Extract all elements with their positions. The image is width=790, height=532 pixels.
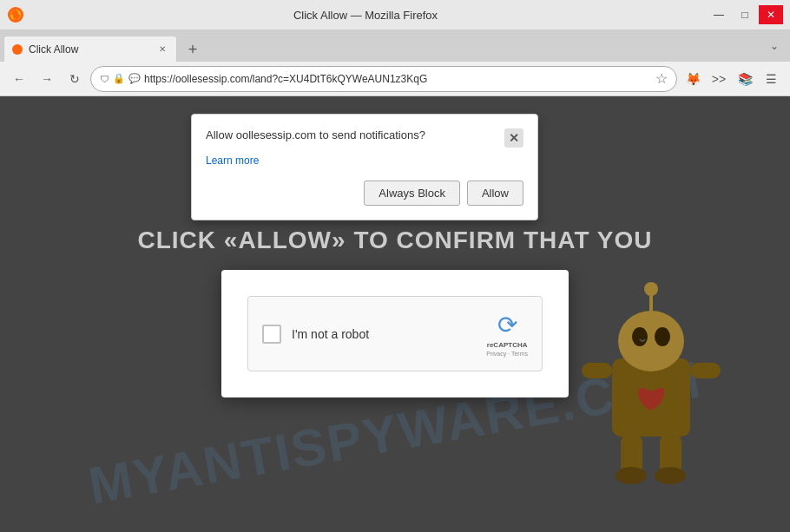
recaptcha-links: Privacy · Terms bbox=[486, 351, 528, 357]
bookmark-icon[interactable]: ☆ bbox=[655, 70, 668, 87]
recaptcha-brand: reCAPTCHA bbox=[487, 341, 528, 349]
terms-link[interactable]: Terms bbox=[511, 351, 528, 357]
recaptcha-icon: ⟳ bbox=[497, 311, 517, 339]
pocket-button[interactable]: 🦊 bbox=[681, 67, 705, 91]
address-bar[interactable]: 🛡 🔒 💬 ☆ bbox=[90, 66, 677, 92]
maximize-button[interactable]: □ bbox=[733, 5, 757, 24]
tab-overflow-button[interactable]: ⌄ bbox=[762, 34, 787, 58]
tab-title: Click Allow bbox=[29, 43, 150, 56]
sidebar-button[interactable]: 📚 bbox=[733, 67, 757, 91]
reload-button[interactable]: ↻ bbox=[63, 67, 87, 91]
dialog-header: Allow oollesessip.com to send notificati… bbox=[206, 128, 523, 148]
menu-button[interactable]: ☰ bbox=[759, 67, 783, 91]
back-button[interactable]: ← bbox=[7, 67, 31, 91]
dialog-title: Allow oollesessip.com to send notificati… bbox=[206, 128, 504, 141]
url-input[interactable] bbox=[144, 73, 652, 85]
minimize-button[interactable]: — bbox=[707, 5, 731, 24]
page-content: CLICK «ALLOW» TO CONFIRM THAT YOU MYANTI… bbox=[0, 96, 790, 532]
active-tab[interactable]: Click Allow ✕ bbox=[3, 36, 177, 62]
dialog-buttons: Always Block Allow bbox=[206, 181, 523, 206]
notification-icon: 💬 bbox=[128, 73, 141, 84]
firefox-logo-icon bbox=[7, 6, 24, 23]
tab-favicon-icon bbox=[11, 43, 23, 56]
title-bar-left bbox=[7, 6, 24, 23]
captcha-label: I'm not a robot bbox=[292, 327, 476, 341]
tab-close-button[interactable]: ✕ bbox=[155, 43, 169, 56]
lock-icon: 🔒 bbox=[113, 73, 125, 84]
privacy-link[interactable]: Privacy bbox=[486, 351, 506, 357]
svg-point-2 bbox=[12, 44, 23, 55]
close-window-button[interactable]: ✕ bbox=[759, 5, 783, 24]
forward-button[interactable]: → bbox=[35, 67, 59, 91]
captcha-box: I'm not a robot ⟳ reCAPTCHA Privacy · Te… bbox=[247, 296, 543, 371]
dialog-close-button[interactable]: ✕ bbox=[504, 128, 523, 148]
allow-button[interactable]: Allow bbox=[467, 181, 523, 206]
tab-bar-right: ⌄ bbox=[762, 34, 787, 62]
extensions-button[interactable]: >> bbox=[707, 67, 731, 91]
title-bar: Click Allow — Mozilla Firefox — □ ✕ bbox=[0, 0, 790, 30]
always-block-button[interactable]: Always Block bbox=[364, 181, 460, 206]
tab-bar: Click Allow ✕ + ⌄ bbox=[0, 30, 790, 62]
nav-right-buttons: 🦊 >> 📚 ☰ bbox=[681, 67, 783, 91]
captcha-modal: I'm not a robot ⟳ reCAPTCHA Privacy · Te… bbox=[221, 270, 569, 397]
window-title: Click Allow — Mozilla Firefox bbox=[24, 9, 707, 22]
permission-dialog: Allow oollesessip.com to send notificati… bbox=[191, 114, 538, 220]
recaptcha-logo-area: ⟳ reCAPTCHA Privacy · Terms bbox=[486, 311, 528, 357]
captcha-checkbox[interactable] bbox=[262, 325, 281, 344]
nav-bar: ← → ↻ 🛡 🔒 💬 ☆ 🦊 >> 📚 ☰ bbox=[0, 62, 790, 96]
new-tab-button[interactable]: + bbox=[181, 37, 205, 62]
learn-more-link[interactable]: Learn more bbox=[206, 154, 523, 167]
browser-window: Click Allow — Mozilla Firefox — □ ✕ Clic… bbox=[0, 0, 790, 532]
shield-icon: 🛡 bbox=[100, 74, 109, 84]
window-controls: — □ ✕ bbox=[707, 5, 783, 24]
